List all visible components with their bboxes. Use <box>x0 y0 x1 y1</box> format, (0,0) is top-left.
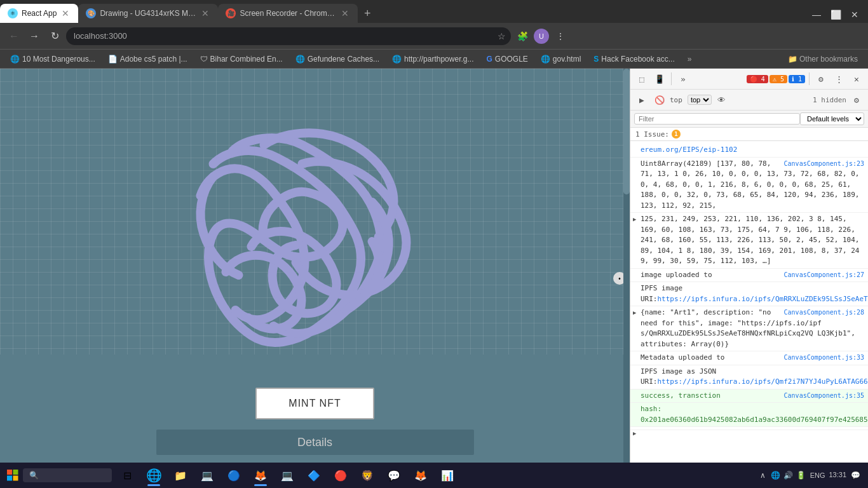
ipfs-uri-link[interactable]: https://ipfs.infura.io/ipfs/QmRRXLuZDEk9… <box>658 295 869 303</box>
forward-button[interactable]: → <box>25 27 43 45</box>
bookmarks-more-button[interactable]: » <box>684 53 696 65</box>
info-badge: ℹ 1 <box>789 75 805 83</box>
bookmark-gov[interactable]: 🌐 gov.html <box>536 53 586 65</box>
tab-close-recorder[interactable]: ✕ <box>340 7 350 20</box>
tray-time[interactable]: 13:31 <box>829 470 846 480</box>
devtools-inspect-icon[interactable]: ⬚ <box>634 71 649 86</box>
taskbar-app-firefox[interactable]: 🦊 <box>248 463 273 487</box>
bookmark-hack[interactable]: S Hack Facebook acc... <box>588 53 679 65</box>
tab-bar: ⚛ React App ✕ 🎨 Drawing - UG4314xrKS Mar… <box>0 0 868 23</box>
tray-show-hidden-icon[interactable]: ∧ <box>758 470 768 480</box>
devtools-block-icon[interactable]: 🚫 <box>652 92 667 107</box>
log-source-28[interactable]: CanvasComponent.js:28 <box>784 308 864 317</box>
main-area: • MINT NFT Details ⬚ 📱 <box>0 69 868 488</box>
taskbar-app-settings[interactable]: 💻 <box>194 463 220 487</box>
canvas-scroll-thumb[interactable] <box>623 69 630 194</box>
address-bar: ← → ↻ ☆ 🧩 U ⋮ <box>0 23 868 50</box>
discord-icon: 💬 <box>388 470 400 482</box>
taskbar-app-powerpoint[interactable]: 📊 <box>435 463 460 487</box>
devtools-top-label: top <box>670 96 682 104</box>
tray-notification-icon[interactable]: 💬 <box>850 470 860 480</box>
tray-network-icon[interactable]: 🌐 <box>771 470 781 480</box>
edge-icon: 🌐 <box>146 468 162 483</box>
profile-icon[interactable]: U <box>532 27 550 45</box>
log-source-33[interactable]: CanvasComponent.js:33 <box>784 353 864 362</box>
maximize-button[interactable]: ⬜ <box>827 6 844 23</box>
devtools-filter-input[interactable] <box>634 113 800 125</box>
taskbar-app-brave[interactable]: 🦁 <box>355 463 380 487</box>
taskbar-app-cmd[interactable]: 💻 <box>275 463 300 487</box>
devtools-settings2-icon[interactable]: ⚙ <box>849 92 864 107</box>
expand-triangle-1[interactable]: ▶ <box>633 215 636 224</box>
start-button[interactable] <box>3 465 23 485</box>
tab-drawing[interactable]: 🎨 Drawing - UG4314xrKS Marketp... ✕ <box>78 4 218 23</box>
url-input[interactable] <box>66 27 511 45</box>
tab-recorder[interactable]: 🎥 Screen Recorder - Chrome Web ... ✕ <box>218 4 358 23</box>
ipfs-ethereum-link[interactable]: ereum.org/EIPS/eip-1102 <box>641 146 737 154</box>
taskbar-app-chrome[interactable]: 🔵 <box>221 463 247 487</box>
mint-nft-button[interactable]: MINT NFT <box>255 388 374 419</box>
bookmark-label-hack: Hack Facebook acc... <box>601 55 674 64</box>
close-button[interactable]: ✕ <box>846 6 863 23</box>
taskbar: 🔍 ⊟ 🌐 📁 💻 🔵 🦊 💻 🔷 🔴 🦁 💬 🦊 📊 ∧ 🌐 🔊 🔋 ENG … <box>0 463 868 488</box>
tab-close-react[interactable]: ✕ <box>60 7 71 20</box>
canvas-grid: • MINT NFT Details <box>0 69 630 488</box>
menu-icon[interactable]: ⋮ <box>552 27 569 45</box>
bookmark-label-dangerous: 10 Most Dangerous... <box>22 55 95 64</box>
expand-triangle-2[interactable]: ▶ <box>633 309 636 318</box>
tab-close-drawing[interactable]: ✕ <box>200 7 210 20</box>
log-entry-ipfs-link: ereum.org/EIPS/eip-1102 <box>630 144 868 158</box>
ipfs-json-uri-link[interactable]: https://ipfs.infura.io/ipfs/Qmf2i7N7YJ4u… <box>658 377 869 386</box>
hidden-count-label: 1 hidden <box>813 96 846 104</box>
log-entry-uint8array: CanvasComponent.js:23 Uint8Array(42189) … <box>630 158 868 214</box>
bookmark-gefundene[interactable]: 🌐 Gefundene Caches... <box>290 53 384 65</box>
bookmark-dangerous[interactable]: 🌐 10 Most Dangerous... <box>5 53 100 65</box>
bookmark-parth[interactable]: 🌐 http://parthpower.g... <box>387 53 478 65</box>
devtools-menu-icon[interactable]: ⋮ <box>831 71 846 86</box>
new-tab-button[interactable]: + <box>358 4 377 23</box>
tab-react-app[interactable]: ⚛ React App ✕ <box>0 4 78 23</box>
devtools-context-select[interactable]: top <box>688 95 712 105</box>
taskbar-app-explorer[interactable]: 📁 <box>168 463 193 487</box>
taskbar-app-metamask[interactable]: 🦊 <box>408 463 433 487</box>
log-entry-ipfs-uri: IPFS image URI:https://ipfs.infura.io/ip… <box>630 282 868 306</box>
devtools-play-icon[interactable]: ▶ <box>634 92 649 107</box>
log-text-success: success, transction <box>641 391 721 400</box>
bookmark-star-icon[interactable]: ☆ <box>498 31 506 41</box>
bookmark-google[interactable]: G GOOGLE <box>481 53 532 65</box>
bookmark-label-bihar: Bihar Combined En... <box>210 55 283 64</box>
svg-rect-2 <box>7 476 12 481</box>
devtools-toolbar-1: ⬚ 📱 » 🔴 4 ⚠ 5 ℹ 1 ⚙ ⋮ ✕ <box>630 69 868 90</box>
devtools-more-tools-icon[interactable]: » <box>675 71 691 86</box>
reload-button[interactable]: ↻ <box>46 27 64 45</box>
taskbar-app-opera[interactable]: 🔴 <box>328 463 353 487</box>
taskbar-app-edge[interactable]: 🌐 <box>141 463 166 487</box>
devtools-close-icon[interactable]: ✕ <box>849 71 864 86</box>
expand-triangle-3[interactable]: ▶ <box>633 430 636 438</box>
taskbar-search-box[interactable]: 🔍 <box>23 468 112 482</box>
log-source-23[interactable]: CanvasComponent.js:23 <box>784 159 864 168</box>
bookmark-adobe[interactable]: 📄 Adobe cs5 patch |... <box>103 53 193 65</box>
taskbar-app-discord[interactable]: 💬 <box>381 463 407 487</box>
back-button[interactable]: ← <box>5 27 23 45</box>
canvas-scrollbar[interactable] <box>623 69 630 488</box>
bookmark-label-parth: http://parthpower.g... <box>404 55 473 64</box>
taskbar-app-task-view[interactable]: ⊟ <box>114 463 140 487</box>
devtools-log-content[interactable]: ereum.org/EIPS/eip-1102 CanvasComponent.… <box>630 141 868 488</box>
devtools-device-icon[interactable]: 📱 <box>652 71 667 86</box>
profile-avatar[interactable]: U <box>534 29 549 44</box>
devtools-eye-icon[interactable]: 👁 <box>714 92 729 107</box>
log-source-27[interactable]: CanvasComponent.js:27 <box>784 270 864 280</box>
minimize-button[interactable]: — <box>808 6 825 23</box>
tray-battery-icon[interactable]: 🔋 <box>796 470 806 480</box>
log-source-35[interactable]: CanvasComponent.js:35 <box>784 391 864 400</box>
devtools-levels-select[interactable]: Default levels <box>800 112 864 125</box>
other-bookmarks-folder[interactable]: 📁 Other bookmarks <box>783 53 863 65</box>
extensions-icon[interactable]: 🧩 <box>513 27 531 45</box>
devtools-settings-icon[interactable]: ⚙ <box>813 71 829 86</box>
settings-icon: 💻 <box>201 470 214 482</box>
tray-volume-icon[interactable]: 🔊 <box>783 470 794 480</box>
taskbar-app-vscode[interactable]: 🔷 <box>301 463 327 487</box>
task-view-icon: ⊟ <box>123 470 132 482</box>
bookmark-bihar[interactable]: 🛡 Bihar Combined En... <box>195 53 288 65</box>
